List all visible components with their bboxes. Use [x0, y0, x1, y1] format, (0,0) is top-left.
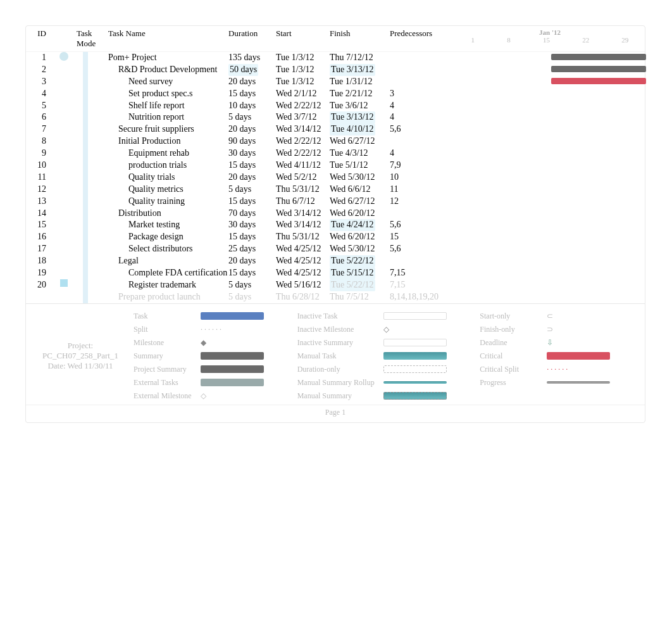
- row-predecessors[interactable]: 5,6: [390, 219, 450, 231]
- row-finish[interactable]: Tue 3/13/12: [330, 64, 390, 76]
- row-start[interactable]: Thu 5/31/12: [276, 231, 330, 243]
- row-finish[interactable]: Wed 6/6/12: [330, 184, 390, 196]
- col-id[interactable]: ID: [26, 28, 51, 49]
- row-duration[interactable]: 30 days: [228, 148, 276, 160]
- row-task-name[interactable]: Quality trials: [108, 172, 228, 184]
- row-duration[interactable]: 5 days: [228, 111, 276, 123]
- row-task-name[interactable]: Shelf life report: [108, 100, 228, 112]
- row-predecessors[interactable]: 11: [390, 184, 450, 196]
- row-duration[interactable]: 15 days: [228, 196, 276, 208]
- row-start[interactable]: Wed 2/22/12: [276, 100, 330, 112]
- row-task-name[interactable]: Register trademark: [108, 279, 228, 291]
- row-start[interactable]: Wed 3/14/12: [276, 208, 330, 220]
- row-finish[interactable]: Tue 5/15/12: [330, 267, 390, 279]
- row-start[interactable]: Wed 4/11/12: [276, 160, 330, 172]
- row-finish[interactable]: Tue 2/21/12: [330, 88, 390, 100]
- row-duration[interactable]: 15 days: [228, 267, 276, 279]
- task-row[interactable]: 3Need survey20 daysTue 1/3/12Tue 1/31/12: [26, 76, 645, 88]
- row-task-name[interactable]: Package design: [108, 231, 228, 243]
- task-row[interactable]: 5Shelf life report10 daysWed 2/22/12Tue …: [26, 100, 645, 112]
- gantt-bar[interactable]: [551, 66, 646, 72]
- row-task-name[interactable]: Distribution: [108, 208, 228, 220]
- row-task-name[interactable]: Need survey: [108, 76, 228, 88]
- task-row[interactable]: 19Complete FDA certification15 daysWed 4…: [26, 267, 645, 279]
- task-row[interactable]: 10production trials15 daysWed 4/11/12Tue…: [26, 160, 645, 172]
- task-row[interactable]: 1Pom+ Project135 daysTue 1/3/12Thu 7/12/…: [26, 52, 645, 64]
- task-row[interactable]: 14Distribution70 daysWed 3/14/12Wed 6/20…: [26, 208, 645, 220]
- row-task-name[interactable]: Complete FDA certification: [108, 267, 228, 279]
- row-finish[interactable]: Wed 6/27/12: [330, 196, 390, 208]
- row-task-name[interactable]: Equipment rehab: [108, 148, 228, 160]
- task-row[interactable]: 11Quality trials20 daysWed 5/2/12Wed 5/3…: [26, 172, 645, 184]
- row-duration[interactable]: 20 days: [228, 172, 276, 184]
- row-predecessors[interactable]: 5,6: [390, 123, 450, 136]
- row-predecessors[interactable]: 8,14,18,19,20: [390, 291, 450, 303]
- row-task-name[interactable]: Select distributors: [108, 243, 228, 255]
- row-task-name[interactable]: Secure fruit suppliers: [108, 123, 228, 136]
- row-task-name[interactable]: Market testing: [108, 219, 228, 231]
- task-row[interactable]: 18Legal20 daysWed 4/25/12Tue 5/22/12: [26, 255, 645, 267]
- row-predecessors[interactable]: 4: [390, 100, 450, 112]
- row-start[interactable]: Wed 2/22/12: [276, 136, 330, 148]
- row-start[interactable]: Wed 2/22/12: [276, 148, 330, 160]
- row-finish[interactable]: Wed 5/30/12: [330, 172, 390, 184]
- row-duration[interactable]: 70 days: [228, 208, 276, 220]
- task-row[interactable]: 9Equipment rehab30 daysWed 2/22/12Tue 4/…: [26, 148, 645, 160]
- task-row[interactable]: 13Quality training15 daysThu 6/7/12Wed 6…: [26, 196, 645, 208]
- task-row[interactable]: 6Nutrition report5 daysWed 3/7/12Tue 3/1…: [26, 111, 645, 123]
- col-duration[interactable]: Duration: [228, 28, 276, 49]
- row-finish[interactable]: Tue 3/13/12: [330, 111, 390, 123]
- row-finish[interactable]: Tue 4/3/12: [330, 148, 390, 160]
- row-start[interactable]: Thu 6/7/12: [276, 196, 330, 208]
- row-finish[interactable]: Wed 6/20/12: [330, 231, 390, 243]
- row-duration[interactable]: 15 days: [228, 231, 276, 243]
- row-finish[interactable]: Tue 4/24/12: [330, 219, 390, 231]
- gantt-bar[interactable]: [551, 78, 646, 84]
- row-task-name[interactable]: Prepare product launch: [108, 291, 228, 303]
- row-start[interactable]: Wed 3/14/12: [276, 219, 330, 231]
- row-task-name[interactable]: Nutrition report: [108, 111, 228, 123]
- row-finish[interactable]: Tue 5/22/12: [330, 279, 390, 291]
- row-task-name[interactable]: Quality metrics: [108, 184, 228, 196]
- row-task-name[interactable]: Quality training: [108, 196, 228, 208]
- row-predecessors[interactable]: 15: [390, 231, 450, 243]
- row-duration[interactable]: 30 days: [228, 219, 276, 231]
- task-row[interactable]: Prepare product launch5 daysThu 6/28/12T…: [26, 291, 645, 303]
- col-indicator[interactable]: [51, 28, 77, 49]
- task-row[interactable]: 15Market testing30 daysWed 3/14/12Tue 4/…: [26, 219, 645, 231]
- row-predecessors[interactable]: 10: [390, 172, 450, 184]
- task-row[interactable]: 20Register trademark5 daysWed 5/16/12Tue…: [26, 279, 645, 291]
- row-task-name[interactable]: Initial Production: [108, 136, 228, 148]
- row-start[interactable]: Wed 4/25/12: [276, 255, 330, 267]
- row-task-name[interactable]: production trials: [108, 160, 228, 172]
- row-start[interactable]: Wed 2/1/12: [276, 88, 330, 100]
- row-predecessors[interactable]: 7,15: [390, 267, 450, 279]
- row-start[interactable]: Thu 6/28/12: [276, 291, 330, 303]
- row-predecessors[interactable]: 3: [390, 88, 450, 100]
- row-finish[interactable]: Wed 6/20/12: [330, 208, 390, 220]
- row-predecessors[interactable]: 5,6: [390, 243, 450, 255]
- row-duration[interactable]: 20 days: [228, 76, 276, 88]
- row-finish[interactable]: Tue 3/6/12: [330, 100, 390, 112]
- row-start[interactable]: Wed 3/7/12: [276, 111, 330, 123]
- row-duration[interactable]: 5 days: [228, 291, 276, 303]
- row-duration[interactable]: 20 days: [228, 255, 276, 267]
- col-task-name[interactable]: Task Name: [108, 28, 228, 49]
- row-start[interactable]: Tue 1/3/12: [276, 52, 330, 64]
- row-finish[interactable]: Tue 1/31/12: [330, 76, 390, 88]
- row-start[interactable]: Wed 4/25/12: [276, 243, 330, 255]
- row-duration[interactable]: 5 days: [228, 184, 276, 196]
- row-start[interactable]: Wed 4/25/12: [276, 267, 330, 279]
- row-duration[interactable]: 50 days: [228, 64, 276, 76]
- task-row[interactable]: 8Initial Production90 daysWed 2/22/12Wed…: [26, 136, 645, 148]
- row-predecessors[interactable]: 7,9: [390, 160, 450, 172]
- task-row[interactable]: 17Select distributors25 daysWed 4/25/12W…: [26, 243, 645, 255]
- col-task-mode[interactable]: Task Mode: [77, 28, 108, 49]
- task-row[interactable]: 16Package design15 daysThu 5/31/12Wed 6/…: [26, 231, 645, 243]
- row-finish[interactable]: Thu 7/12/12: [330, 52, 390, 64]
- gantt-bar[interactable]: [551, 54, 646, 60]
- row-start[interactable]: Wed 3/14/12: [276, 123, 330, 136]
- col-start[interactable]: Start: [276, 28, 330, 49]
- row-start[interactable]: Tue 1/3/12: [276, 64, 330, 76]
- row-duration[interactable]: 15 days: [228, 160, 276, 172]
